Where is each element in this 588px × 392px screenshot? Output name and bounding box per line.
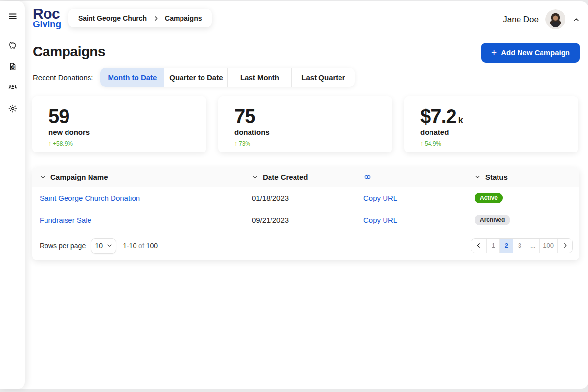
range-total: 100 [146, 242, 158, 250]
column-header-url [363, 173, 475, 181]
campaign-name-link[interactable]: Fundraiser Sale [40, 216, 252, 224]
filter-row: Recent Donations: Month to Date Quarter … [33, 68, 355, 87]
tab-last-quarter[interactable]: Last Quarter [291, 68, 355, 87]
stat-number: 59 [48, 106, 69, 127]
user-menu[interactable]: Jane Doe [503, 9, 580, 29]
column-label: Date Created [263, 173, 308, 181]
chevron-down-icon [106, 242, 113, 249]
breadcrumb-current[interactable]: Campaigns [165, 14, 202, 22]
document-dollar-icon: $ [8, 62, 18, 73]
range-of: of [138, 242, 144, 250]
breadcrumb-org[interactable]: Saint George Church [78, 14, 147, 22]
stat-suffix: k [458, 116, 463, 125]
logo-text-giving: Giving [33, 20, 61, 29]
chevron-right-icon [153, 15, 159, 22]
sidebar-nav: $ [0, 42, 25, 114]
rows-per-page-value: 10 [95, 242, 103, 250]
copy-url-link[interactable]: Copy URL [363, 216, 475, 224]
page-button-2-current[interactable]: 2 [499, 239, 513, 253]
stat-change: ↑ +58.9% [48, 140, 206, 147]
plus-icon: + [491, 48, 497, 57]
date-created-cell: 09/21/2023 [252, 216, 363, 224]
stat-number: 75 [234, 106, 255, 127]
date-created-cell: 01/18/2023 [252, 194, 363, 202]
avatar[interactable] [545, 9, 565, 29]
stat-change-value: +58.9% [53, 140, 73, 147]
stat-value: 75 [234, 106, 392, 127]
previous-page-button[interactable] [471, 239, 486, 253]
table-row: Fundraiser Sale 09/21/2023 Copy URL Arch… [32, 209, 579, 231]
people-group-icon [8, 83, 18, 94]
column-header-status[interactable]: Status [475, 173, 579, 181]
page-button-3[interactable]: 3 [513, 239, 526, 253]
copy-url-link[interactable]: Copy URL [363, 194, 475, 202]
table-row: Saint George Church Donation 01/18/2023 … [32, 187, 579, 209]
stat-value: 59 [48, 106, 206, 127]
page-ellipsis: ... [526, 239, 539, 253]
column-header-date-created[interactable]: Date Created [252, 173, 363, 181]
add-button-label: Add New Campaign [501, 48, 570, 57]
sidebar-item-donations[interactable] [4, 42, 21, 51]
stat-card-donations: 75 donations ↑ 73% [218, 96, 392, 152]
sidebar-item-donors[interactable] [4, 84, 21, 93]
column-header-campaign-name[interactable]: Campaign Name [40, 173, 252, 181]
piggy-bank-icon [8, 41, 18, 52]
stat-card-donated: $7.2 k donated ↑ 54.9% [404, 96, 578, 152]
filter-label: Recent Donations: [33, 73, 93, 82]
stat-value: $7.2 k [420, 106, 578, 127]
trend-up-icon: ↑ [48, 140, 51, 147]
tab-month-to-date[interactable]: Month to Date [100, 68, 164, 87]
stat-number: $7.2 [420, 106, 456, 127]
app-window: $ [0, 1, 588, 389]
table-pagination: Rows per page 10 1-10 of 100 1 [32, 231, 579, 260]
table-header-row: Campaign Name Date Created [32, 167, 579, 187]
breadcrumb: Saint George Church Campaigns [68, 9, 212, 27]
page-navigator: 1 2 3 ... 100 [471, 238, 573, 253]
page-title: Campaigns [33, 44, 105, 60]
user-name: Jane Doe [503, 15, 539, 24]
chevron-down-icon[interactable] [475, 174, 481, 180]
svg-text:$: $ [12, 65, 14, 69]
stat-label: donations [234, 128, 392, 136]
rows-per-page-select[interactable]: 10 [91, 238, 116, 254]
column-label: Status [485, 173, 508, 181]
pagination-range: 1-10 of 100 [123, 242, 158, 250]
campaigns-table: Campaign Name Date Created [32, 167, 579, 260]
chevron-down-icon[interactable] [40, 174, 46, 180]
column-label: Campaign Name [50, 173, 108, 181]
sidebar-item-billing[interactable]: $ [4, 63, 21, 72]
sidebar-item-settings[interactable] [4, 105, 21, 114]
stat-cards: 59 new donors ↑ +58.9% 75 donations ↑ 73… [32, 96, 588, 152]
status-badge: Archived [475, 215, 510, 225]
chevron-up-icon[interactable] [572, 16, 580, 23]
stat-change-value: 73% [239, 140, 250, 147]
link-icon [363, 173, 372, 181]
stat-change: ↑ 73% [234, 140, 392, 147]
rows-per-page-label: Rows per page [40, 242, 86, 250]
range-values: 1-10 [123, 242, 136, 250]
page-button-1[interactable]: 1 [486, 239, 499, 253]
trend-up-icon: ↑ [234, 140, 237, 147]
stat-label: new donors [48, 128, 206, 136]
sidebar: $ [0, 1, 25, 389]
tab-last-month[interactable]: Last Month [227, 68, 291, 87]
campaign-name-link[interactable]: Saint George Church Donation [40, 194, 252, 202]
main-area: Roc Giving Saint George Church Campaigns… [25, 1, 588, 389]
tab-quarter-to-date[interactable]: Quarter to Date [164, 68, 227, 87]
stat-change-value: 54.9% [425, 140, 441, 147]
trend-up-icon: ↑ [420, 140, 423, 147]
add-new-campaign-button[interactable]: + Add New Campaign [481, 43, 580, 63]
stat-change: ↑ 54.9% [420, 140, 578, 147]
app-logo[interactable]: Roc Giving [33, 6, 61, 29]
stat-label: donated [420, 128, 578, 136]
gear-icon [8, 104, 18, 115]
stat-card-new-donors: 59 new donors ↑ +58.9% [32, 96, 206, 152]
chevron-down-icon[interactable] [252, 174, 258, 180]
date-range-tabs: Month to Date Quarter to Date Last Month… [100, 68, 355, 87]
status-badge: Active [475, 193, 503, 203]
page-button-last[interactable]: 100 [539, 239, 557, 253]
next-page-button[interactable] [557, 239, 572, 253]
hamburger-menu-icon[interactable] [0, 10, 25, 22]
